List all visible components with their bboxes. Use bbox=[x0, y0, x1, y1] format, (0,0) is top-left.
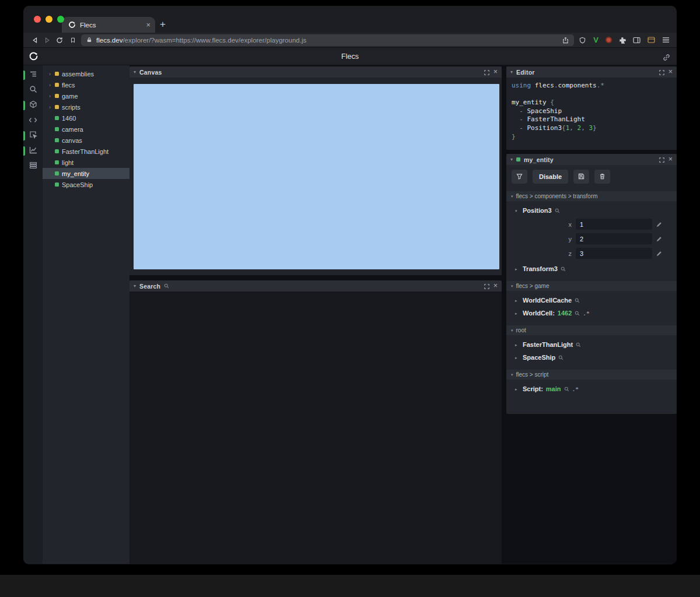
tree-item[interactable]: camera bbox=[43, 124, 130, 135]
collapse-chevron-icon[interactable]: ▾ bbox=[510, 70, 513, 75]
close-window-button[interactable] bbox=[34, 16, 41, 23]
collapse-chevron-icon[interactable]: ▾ bbox=[510, 157, 513, 162]
script-editor[interactable]: using flecs.components.* my_entity { - S… bbox=[506, 78, 677, 150]
shield-icon[interactable] bbox=[579, 37, 586, 44]
position3-z-input[interactable] bbox=[576, 248, 652, 259]
extension-record-icon[interactable] bbox=[606, 37, 612, 43]
inspector-section: ▾ root ▸ FasterThanLight ▸ SpaceSh bbox=[506, 325, 677, 366]
tree-item-label: game bbox=[62, 93, 78, 100]
rail-queries-button[interactable] bbox=[23, 159, 43, 174]
position3-y-input[interactable] bbox=[576, 233, 652, 244]
magnifier-icon[interactable] bbox=[558, 355, 564, 360]
rail-entity-tree-button[interactable] bbox=[23, 68, 43, 83]
tree-item[interactable]: ›flecs bbox=[43, 79, 130, 90]
magnifier-icon[interactable] bbox=[575, 298, 580, 303]
tree-item[interactable]: 1460 bbox=[43, 113, 130, 124]
component-row[interactable]: ▾ Position3 bbox=[506, 204, 677, 217]
share-link-icon[interactable] bbox=[663, 53, 670, 64]
new-tab-button[interactable]: + bbox=[155, 17, 170, 32]
collapse-chevron-icon[interactable]: ▸ bbox=[515, 387, 520, 391]
edit-pencil-icon[interactable] bbox=[656, 236, 662, 242]
expand-chevron-icon[interactable]: › bbox=[48, 93, 52, 99]
extension-v-icon[interactable]: V bbox=[593, 36, 598, 44]
component-row[interactable]: ▸ WorldCell: 1462 .* bbox=[506, 307, 677, 319]
expand-chevron-icon[interactable]: › bbox=[48, 71, 52, 77]
collapse-chevron-icon[interactable]: ▸ bbox=[515, 267, 520, 271]
sidebar-toggle-icon[interactable] bbox=[633, 37, 640, 44]
rail-inspector-button[interactable] bbox=[23, 128, 43, 143]
tree-item[interactable]: ›game bbox=[43, 90, 130, 101]
save-button[interactable] bbox=[573, 170, 589, 184]
tree-item[interactable]: SpaceShip bbox=[43, 179, 130, 190]
reload-icon[interactable] bbox=[56, 37, 63, 44]
wallet-icon[interactable] bbox=[648, 37, 655, 43]
tree-item[interactable]: ›assemblies bbox=[43, 68, 130, 79]
canvas-panel-body bbox=[130, 78, 502, 275]
browser-tab[interactable]: Flecs × bbox=[62, 17, 155, 33]
render-canvas[interactable] bbox=[134, 84, 499, 269]
flecs-favicon-icon bbox=[68, 21, 76, 29]
magnifier-icon[interactable] bbox=[576, 342, 581, 347]
expand-panel-icon[interactable] bbox=[484, 67, 489, 78]
collapse-chevron-icon[interactable]: ▾ bbox=[515, 209, 520, 213]
component-row[interactable]: ▸ FasterThanLight bbox=[506, 338, 677, 351]
component-row[interactable]: ▸ Script: main .* bbox=[506, 382, 677, 395]
address-bar[interactable]: flecs.dev/explorer/?wasm=https://www.fle… bbox=[81, 34, 574, 46]
window-controls bbox=[34, 16, 64, 23]
magnifier-icon[interactable] bbox=[575, 311, 580, 316]
tree-item[interactable]: FasterThanLight bbox=[43, 146, 130, 157]
expand-panel-icon[interactable] bbox=[659, 154, 664, 165]
close-panel-icon[interactable]: × bbox=[668, 68, 673, 76]
close-panel-icon[interactable]: × bbox=[494, 68, 498, 76]
rail-stats-button[interactable] bbox=[23, 143, 43, 159]
rail-search-button[interactable] bbox=[23, 83, 43, 98]
expand-chevron-icon[interactable]: › bbox=[48, 82, 52, 88]
expand-panel-icon[interactable] bbox=[659, 67, 664, 78]
forward-icon[interactable] bbox=[44, 37, 51, 44]
expand-chevron-icon[interactable]: › bbox=[48, 104, 52, 110]
close-panel-icon[interactable]: × bbox=[494, 282, 498, 290]
edit-pencil-icon[interactable] bbox=[656, 222, 662, 227]
magnifier-icon[interactable] bbox=[561, 266, 566, 272]
menu-icon[interactable] bbox=[662, 37, 670, 43]
flecs-logo-icon[interactable] bbox=[29, 51, 38, 64]
section-header[interactable]: ▾ flecs > game bbox=[506, 281, 677, 291]
collapse-chevron-icon[interactable]: ▸ bbox=[515, 311, 520, 315]
component-row[interactable]: ▸ WorldCellCache bbox=[506, 294, 677, 307]
collapse-chevron-icon[interactable]: ▸ bbox=[515, 298, 520, 303]
collapse-chevron-icon[interactable]: ▾ bbox=[134, 284, 136, 289]
tree-item[interactable]: canvas bbox=[43, 135, 130, 146]
section-header[interactable]: ▾ flecs > components > transform bbox=[506, 191, 677, 201]
bookmark-icon[interactable] bbox=[70, 37, 76, 44]
position3-x-input[interactable] bbox=[576, 219, 652, 230]
collapse-chevron-icon[interactable]: ▾ bbox=[134, 70, 136, 75]
component-row[interactable]: ▸ SpaceShip bbox=[506, 351, 677, 364]
expand-panel-icon[interactable] bbox=[484, 281, 489, 292]
magnifier-icon[interactable] bbox=[564, 387, 569, 392]
edit-pencil-icon[interactable] bbox=[656, 251, 662, 257]
lock-icon[interactable] bbox=[86, 37, 92, 43]
delete-button[interactable] bbox=[594, 170, 610, 184]
rail-editor-button[interactable] bbox=[23, 113, 43, 128]
tree-item[interactable]: light bbox=[43, 157, 130, 168]
magnifier-icon[interactable] bbox=[555, 208, 560, 213]
section-header[interactable]: ▾ flecs > script bbox=[506, 370, 677, 380]
fullscreen-window-button[interactable] bbox=[57, 16, 64, 23]
component-row[interactable]: ▸ Transform3 bbox=[506, 262, 677, 275]
tree-item-selected[interactable]: my_entity bbox=[43, 168, 130, 179]
rail-canvas-button[interactable] bbox=[23, 98, 43, 113]
disable-button[interactable]: Disable bbox=[533, 170, 568, 184]
close-panel-icon[interactable]: × bbox=[668, 156, 673, 163]
collapse-chevron-icon[interactable]: ▸ bbox=[515, 343, 520, 347]
tab-close-icon[interactable]: × bbox=[146, 21, 150, 29]
search-panel-body[interactable] bbox=[130, 292, 502, 564]
minimize-window-button[interactable] bbox=[46, 16, 52, 23]
entity-square-icon bbox=[55, 171, 59, 175]
back-icon[interactable] bbox=[32, 37, 38, 44]
filter-button[interactable] bbox=[512, 170, 527, 184]
share-icon[interactable] bbox=[562, 37, 569, 44]
extensions-puzzle-icon[interactable] bbox=[619, 37, 626, 44]
tree-item[interactable]: ›scripts bbox=[43, 101, 130, 113]
collapse-chevron-icon[interactable]: ▸ bbox=[515, 356, 520, 360]
section-header[interactable]: ▾ root bbox=[506, 325, 677, 335]
